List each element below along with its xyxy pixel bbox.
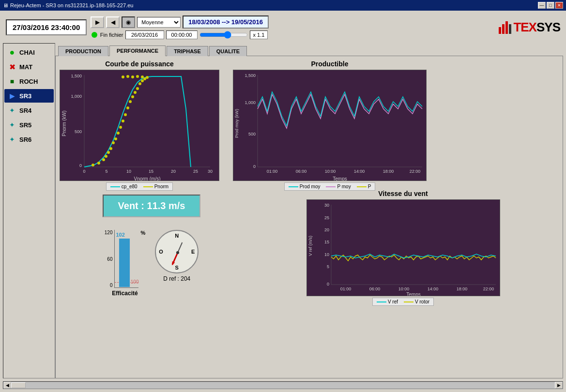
sidebar-label-roch: ROCH (19, 78, 38, 85)
svg-text:5: 5 (105, 169, 107, 174)
svg-text:5: 5 (326, 264, 329, 269)
svg-point-31 (136, 87, 139, 90)
title-bar: 🖥 Rejeu-Actem - SR3 on ns312321.ip-188-1… (0, 0, 566, 11)
scroll-left-button[interactable]: ◀ (3, 382, 11, 389)
productible-box: Productible 1,500 1,000 500 0 (233, 60, 427, 191)
svg-point-27 (126, 106, 129, 109)
svg-rect-0 (60, 70, 219, 181)
play-button[interactable]: ▶ (91, 16, 104, 28)
sidebar-item-sr5[interactable]: ✦ SR5 (4, 118, 54, 132)
svg-point-19 (107, 151, 110, 154)
tab-qualite[interactable]: QUALITE (209, 46, 247, 56)
time-input[interactable] (166, 30, 198, 39)
legend-line-cp (110, 186, 120, 187)
svg-text:Prod moy (kW): Prod moy (kW) (234, 109, 239, 138)
efficacite-value: 102 (116, 232, 124, 238)
speed-slider[interactable] (199, 31, 248, 39)
svg-point-29 (131, 95, 134, 98)
title-bar-controls[interactable]: — □ ✕ (538, 2, 563, 9)
sidebar-item-roch[interactable]: ■ ROCH (4, 75, 54, 88)
courbe-puissance-title: Courbe de puissance (105, 60, 174, 68)
legend-label-cp: cp_e80 (122, 184, 138, 189)
tab-production[interactable]: PRODUCTION (58, 46, 108, 56)
toolbar-center: ▶ ◀ ◉ Moyenne Instantané 18/03/2008 --> … (91, 15, 269, 39)
efficacite-bar (119, 238, 130, 287)
bottom-scrollbar[interactable]: ◀ ▶ (3, 381, 563, 389)
svg-text:Temps: Temps (333, 176, 347, 181)
svg-text:22:00: 22:00 (483, 286, 494, 291)
courbe-puissance-box: Courbe de puissance 1,500 1,000 (60, 60, 219, 191)
svg-point-38 (131, 75, 134, 78)
y-label-0: 0 (105, 283, 113, 288)
roch-icon: ■ (8, 77, 16, 86)
efficacite-chart-inner: 120 60 0 (105, 230, 145, 288)
svg-point-33 (141, 79, 144, 82)
sidebar: ● CHAI ✖ MAT ■ ROCH ▶ SR3 ✦ SR4 (3, 43, 55, 378)
date-input[interactable] (125, 30, 164, 39)
y-label-60: 60 (105, 256, 113, 262)
legend-line-prod-moy (289, 186, 298, 187)
svg-point-60 (176, 251, 179, 254)
tab-content-performance: Courbe de puissance 1,500 1,000 (55, 56, 563, 378)
vitesse-chart-box: Vitesse du vent 30 25 20 15 10 (247, 190, 559, 306)
legend-label-prod-moy: Prod moy (300, 184, 321, 189)
svg-point-20 (109, 147, 112, 150)
sidebar-item-sr3[interactable]: ▶ SR3 (4, 89, 54, 103)
svg-text:30: 30 (208, 169, 213, 174)
legend-cp-e80: cp_e80 (110, 184, 138, 189)
svg-text:22:00: 22:00 (410, 169, 421, 174)
sidebar-item-sr6[interactable]: ✦ SR6 (4, 133, 54, 146)
tab-triphase[interactable]: TRIPHASE (167, 46, 208, 56)
compass-circle: N S E O (155, 230, 199, 273)
svg-text:14:00: 14:00 (427, 286, 438, 291)
y-label-120: 120 (105, 230, 113, 235)
tab-performance[interactable]: PERFORMANCE (109, 45, 166, 56)
sr5-icon: ✦ (8, 121, 16, 129)
close-button[interactable]: ✕ (555, 2, 563, 9)
efficacite-label: Efficacité (112, 290, 138, 297)
window-body: 27/03/2016 23:40:00 ▶ ◀ ◉ Moyenne Instan… (0, 11, 566, 392)
vitesse-title: Vitesse du vent (378, 190, 428, 197)
svg-point-17 (102, 158, 105, 161)
mode-selector[interactable]: Moyenne Instantané (137, 17, 181, 28)
svg-point-39 (136, 75, 139, 78)
svg-text:18:00: 18:00 (383, 169, 394, 174)
logo-area: TEX SYS (499, 20, 560, 35)
efficacite-bar-container: 102 100 (114, 230, 138, 288)
app-icon: 🖥 (3, 2, 8, 8)
svg-point-16 (97, 162, 100, 165)
svg-text:Temps: Temps (406, 292, 420, 296)
back-button[interactable]: ◀ (106, 16, 120, 28)
sidebar-label-chai: CHAI (19, 49, 35, 56)
svg-text:10: 10 (126, 169, 131, 174)
sidebar-item-sr4[interactable]: ✦ SR4 (4, 104, 54, 117)
legend-p-moy: P moy (326, 184, 351, 189)
bottom-left: Vent : 11.3 m/s 120 60 (60, 195, 244, 297)
date-range-display: 18/03/2008 --> 19/05/2016 (183, 15, 269, 29)
scroll-thumb[interactable] (11, 382, 26, 388)
title-bar-left: 🖥 Rejeu-Actem - SR3 on ns312321.ip-188-1… (3, 2, 133, 8)
legend-label-vref: V ref (388, 299, 398, 304)
tabs: PRODUCTION PERFORMANCE TRIPHASE QUALITE (55, 43, 563, 56)
svg-point-37 (126, 75, 129, 78)
vent-display: Vent : 11.3 m/s (103, 195, 201, 217)
logo-bar-2 (502, 24, 505, 34)
sidebar-label-sr3: SR3 (19, 92, 31, 100)
svg-text:0: 0 (326, 282, 329, 286)
svg-text:Vnorm (m/s): Vnorm (m/s) (134, 176, 161, 181)
legend-prod-moy: Prod moy (289, 184, 321, 189)
svg-point-35 (146, 76, 149, 79)
scroll-right-button[interactable]: ▶ (555, 382, 563, 389)
legend-line-p (357, 186, 367, 187)
back-icon: ◀ (111, 19, 115, 26)
svg-point-24 (119, 126, 122, 129)
logo-tex: TEX (513, 20, 536, 35)
camera-button[interactable]: ◉ (122, 16, 135, 28)
sidebar-item-mat[interactable]: ✖ MAT (4, 60, 54, 74)
maximize-button[interactable]: □ (547, 2, 554, 9)
svg-point-32 (138, 82, 141, 85)
svg-text:25: 25 (193, 169, 198, 174)
minimize-button[interactable]: — (538, 2, 546, 9)
svg-text:15: 15 (149, 169, 153, 174)
sidebar-item-chai[interactable]: ● CHAI (4, 45, 54, 59)
